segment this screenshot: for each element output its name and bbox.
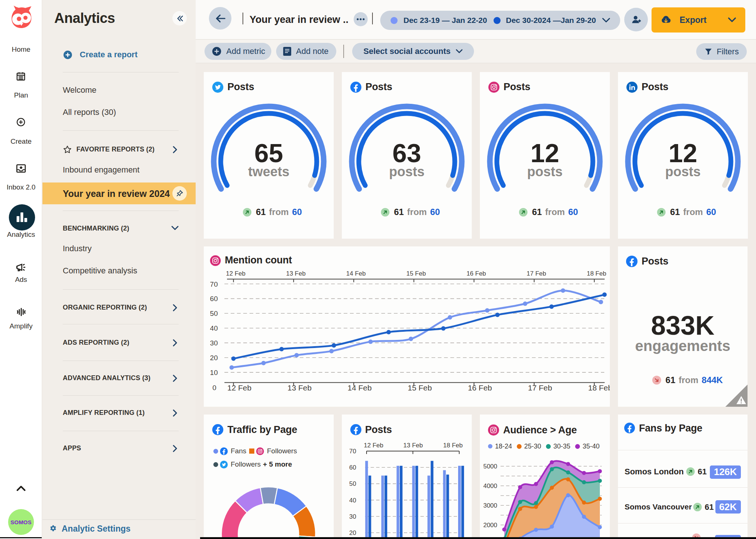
svg-text:14 Feb: 14 Feb	[348, 383, 372, 392]
svg-text:3000: 3000	[483, 502, 497, 509]
svg-text:14 Feb: 14 Feb	[346, 270, 366, 277]
svg-text:30: 30	[210, 339, 218, 347]
svg-text:12 Feb: 12 Feb	[227, 383, 251, 392]
svg-text:50: 50	[349, 480, 356, 487]
svg-text:4000: 4000	[483, 482, 497, 489]
svg-text:30: 30	[349, 513, 356, 520]
svg-text:13 Feb: 13 Feb	[288, 383, 312, 392]
svg-text:13 Feb: 13 Feb	[403, 442, 423, 449]
svg-text:17 Feb: 17 Feb	[528, 383, 552, 392]
svg-text:0: 0	[212, 384, 216, 392]
svg-text:70: 70	[210, 280, 218, 288]
svg-text:15 Feb: 15 Feb	[406, 270, 426, 277]
svg-text:18 Feb: 18 Feb	[587, 270, 606, 277]
svg-text:17 Feb: 17 Feb	[527, 270, 546, 277]
svg-text:2000: 2000	[483, 522, 497, 529]
svg-text:40: 40	[349, 497, 356, 504]
svg-text:60: 60	[210, 295, 218, 303]
svg-text:50: 50	[210, 310, 218, 317]
svg-text:16 Feb: 16 Feb	[467, 270, 486, 277]
svg-text:13 Feb: 13 Feb	[286, 270, 306, 277]
svg-text:5000: 5000	[483, 463, 497, 470]
svg-text:18 Feb: 18 Feb	[588, 383, 610, 392]
svg-text:15 Feb: 15 Feb	[408, 383, 432, 392]
svg-text:20: 20	[210, 354, 218, 362]
svg-text:16 Feb: 16 Feb	[468, 383, 492, 392]
svg-text:10: 10	[210, 369, 218, 376]
svg-text:60: 60	[349, 464, 356, 471]
svg-text:12 Feb: 12 Feb	[364, 442, 384, 449]
svg-text:12 Feb: 12 Feb	[226, 270, 245, 277]
svg-text:40: 40	[210, 324, 218, 332]
svg-text:70: 70	[349, 448, 356, 455]
svg-text:20: 20	[349, 529, 356, 536]
svg-text:18 Feb: 18 Feb	[443, 442, 463, 449]
